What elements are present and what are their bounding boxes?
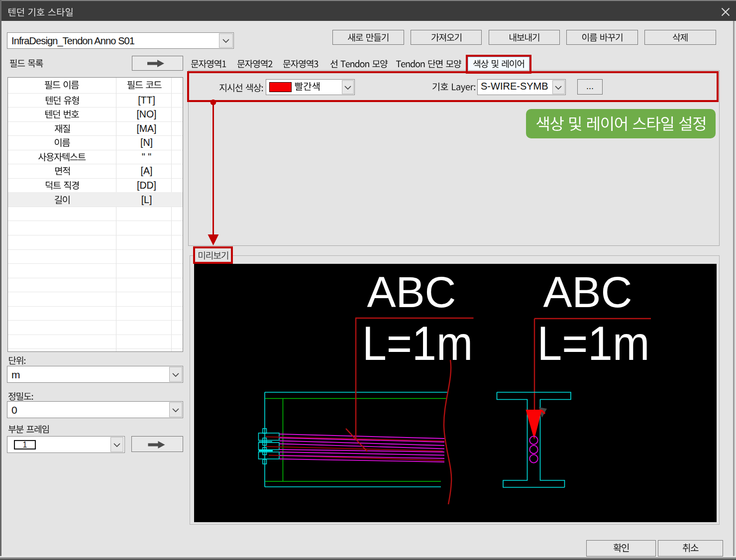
svg-text:ABC: ABC	[367, 267, 456, 317]
svg-text:L=1m: L=1m	[537, 316, 650, 370]
svg-text:ABC: ABC	[543, 267, 632, 317]
svg-text:L=1m: L=1m	[362, 316, 473, 370]
